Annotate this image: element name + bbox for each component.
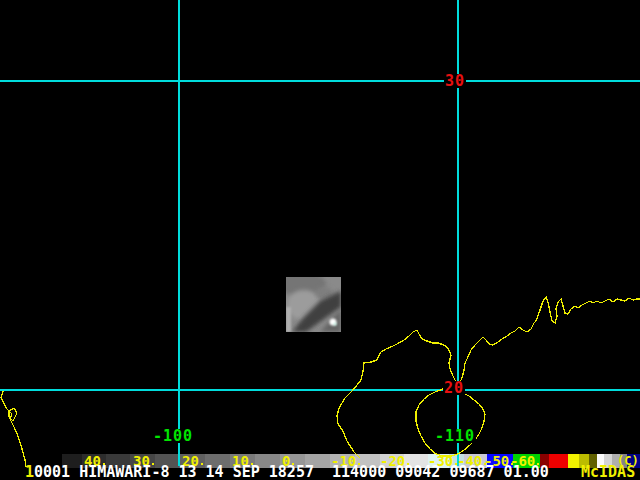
latitude-label-20: 20 [443, 381, 465, 395]
latitude-label-30: 30 [444, 74, 466, 88]
coastline-vietnam-south-china [337, 297, 640, 458]
longitude-label-110: -110 [434, 429, 476, 443]
mcidas-brand-label: McIDAS [581, 465, 635, 480]
image-status-text: 0001 HIMAWARI-8 13 14 SEP 18257 114000 0… [34, 465, 549, 480]
satellite-image-chip [286, 277, 341, 332]
mcidas-image-display[interactable]: 30 20 -100 -110 40 30 20 10 0 -10 -20 -3… [0, 0, 640, 480]
coastline-myanmar-island [9, 408, 17, 421]
coastline-overlay [0, 0, 640, 480]
status-bar: 1 0001 HIMAWARI-8 13 14 SEP 18257 114000… [0, 465, 640, 480]
coastline-hainan-island [416, 389, 485, 456]
frame-number: 1 [25, 465, 34, 480]
coastline-myanmar [1, 391, 26, 467]
longitude-label-100: -100 [152, 429, 194, 443]
